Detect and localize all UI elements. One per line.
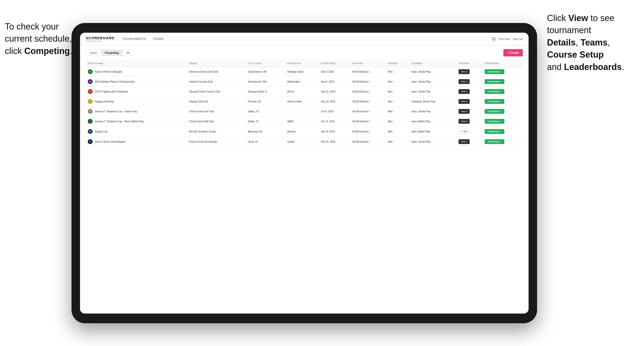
cell-actions: View ℹ <box>456 137 483 147</box>
cell-competing: Competing ✓ <box>483 107 523 117</box>
cell-event-name: W2023 Sahalee Players Championship <box>86 77 187 87</box>
tab-home[interactable]: Home <box>86 50 101 56</box>
tab-all[interactable]: All <box>123 50 133 56</box>
cell-hosted: Hawaii <box>286 137 319 147</box>
competing-button[interactable]: Competing ✓ <box>485 89 504 94</box>
nav-links: TOURNAMENTS TEAMS <box>122 37 164 41</box>
cell-gender: Men <box>386 67 410 77</box>
scoreboard-sub: Powered by clippi <box>86 40 114 42</box>
team-logo: J <box>88 119 92 124</box>
cell-competing: Competing ✓ <box>483 126 523 137</box>
nav-bar: SCOREBOARD Powered by clippi TOURNAMENTS… <box>80 33 528 45</box>
event-name: Folds of Honor Collegiate <box>94 70 122 73</box>
nav-tournaments[interactable]: TOURNAMENTS <box>122 37 146 41</box>
view-button[interactable]: View ℹ <box>458 109 470 114</box>
cell-competing: Competing ✓ <box>483 87 523 97</box>
cell-event-name: FFolds of Honor Collegiate <box>86 67 187 77</box>
cell-start: Sep 18, 2023 <box>319 97 350 107</box>
table-header-row: EVENT NAME VENUE CITY, STATE HOSTED BY S… <box>86 60 523 67</box>
team-logo: W <box>88 79 92 84</box>
competing-button[interactable]: Competing ✓ <box>485 109 504 114</box>
cell-start: Feb 15, 2024 <box>319 137 350 147</box>
col-hosted: HOSTED BY <box>286 60 319 67</box>
cell-gender: Men <box>386 137 410 147</box>
cell-actions: View ℹ <box>456 87 483 97</box>
cell-scoring: team, Stroke Play <box>410 77 456 87</box>
team-logo: J <box>88 109 92 114</box>
user-icon <box>492 37 496 41</box>
event-name: John A. Burns Intercollegiate <box>94 141 125 143</box>
team-logo: H <box>88 139 92 144</box>
scoreboard-logo: SCOREBOARD Powered by clippi <box>86 36 114 42</box>
view-button[interactable]: View ℹ <box>458 79 470 84</box>
cell-venue: Trinity Forest Golf Club <box>187 107 246 117</box>
competing-button[interactable]: Competing ✓ <box>485 119 504 124</box>
cell-city: Grand Haven, MI <box>246 67 285 77</box>
col-actions: ACTIONS <box>456 60 483 67</box>
cell-actions: View ℹ <box>456 117 483 126</box>
cell-gender: Men <box>386 126 410 137</box>
cell-actions: View ℹ <box>456 97 483 107</box>
cell-division: NCAA Division I <box>350 107 386 117</box>
table-row: W2023 Sahalee Players ChampionshipSahale… <box>86 77 523 87</box>
create-button[interactable]: + Create <box>503 49 523 56</box>
tab-competing[interactable]: Competing <box>101 50 122 56</box>
team-logo: P <box>88 99 92 104</box>
cell-venue: Ak-Chin Southern Dunes <box>187 126 246 137</box>
competing-button[interactable]: Competing ✓ <box>485 79 504 84</box>
nav-signout[interactable]: Sign out <box>513 37 523 40</box>
tablet-screen: SCOREBOARD Powered by clippi TOURNAMENTS… <box>80 33 528 314</box>
cell-city: Olympia Fields, IL <box>246 87 285 97</box>
table-row: JJackson T. Stephens Cup – Men's Match P… <box>86 117 523 126</box>
cell-city: Phoenix, AZ <box>246 97 285 107</box>
edit-button[interactable]: ✏ Edit <box>458 129 470 134</box>
col-division: DIVISION <box>350 60 386 67</box>
cell-gender: Men <box>386 77 410 87</box>
cell-hosted <box>286 107 319 117</box>
table-row: ACopper CupAk-Chin Southern DunesMaricop… <box>86 126 523 137</box>
cell-competing: Competing ✓ <box>483 137 523 147</box>
cell-venue: Sahalee Country Club <box>187 77 246 87</box>
filter-row: Home Competing All + Create <box>86 49 523 56</box>
cell-start: Sep 4, 2023 <box>319 67 350 77</box>
cell-gender: Men <box>386 87 410 97</box>
cell-actions: View ℹ <box>456 107 483 117</box>
cell-hosted: Arizona <box>286 126 319 137</box>
competing-button[interactable]: Competing ✓ <box>485 139 504 144</box>
event-name: 2023 Sahalee Players Championship <box>94 80 134 83</box>
cell-event-name: IOFCC Fighting Illini Invitational <box>86 87 187 97</box>
nav-user: Test User <box>499 37 510 40</box>
cell-city: Sammamish, WA <box>246 77 285 87</box>
cell-city: Dallas, TX <box>246 107 285 117</box>
cell-division: NCAA Division I <box>350 87 386 97</box>
view-button[interactable]: View ℹ <box>458 119 470 124</box>
competing-button[interactable]: Competing ✓ <box>485 69 504 74</box>
cell-gender: Men <box>386 117 410 126</box>
cell-start: Oct 11, 2023 <box>319 117 350 126</box>
col-start: START DATE <box>319 60 350 67</box>
annotation-left: To check your current schedule, click Co… <box>5 20 82 57</box>
team-logo: I <box>88 89 92 94</box>
view-button[interactable]: View ℹ <box>458 89 470 94</box>
cell-event-name: JJackson T. Stephens Cup – Stroke Play <box>86 107 187 117</box>
nav-left: SCOREBOARD Powered by clippi TOURNAMENTS… <box>86 36 164 42</box>
view-button[interactable]: View ℹ <box>458 99 470 104</box>
cell-start: Sep 9, 2023 <box>319 77 350 87</box>
competing-button[interactable]: Competing ✓ <box>485 129 504 134</box>
nav-teams[interactable]: TEAMS <box>153 37 164 41</box>
cell-start: Sep 15, 2023 <box>319 87 350 97</box>
cell-scoring: individual, Stroke Play <box>410 97 456 107</box>
view-button[interactable]: View ℹ <box>458 139 470 144</box>
cell-event-name: HJohn A. Burns Intercollegiate <box>86 137 187 147</box>
view-button[interactable]: View ℹ <box>458 69 470 74</box>
cell-actions: ✏ Edit <box>456 126 483 137</box>
col-competing: COMPETING <box>483 60 523 67</box>
cell-scoring: team, Match Play <box>410 117 456 126</box>
event-name: Copper Cup <box>94 130 108 133</box>
content-area: Home Competing All + Create EVENT NAME V… <box>80 45 528 314</box>
cell-gender: Men <box>386 107 410 117</box>
col-venue: VENUE <box>187 60 246 67</box>
tab-group: Home Competing All <box>86 50 134 56</box>
cell-actions: View ℹ <box>456 77 483 87</box>
competing-button[interactable]: Competing ✓ <box>485 99 504 104</box>
